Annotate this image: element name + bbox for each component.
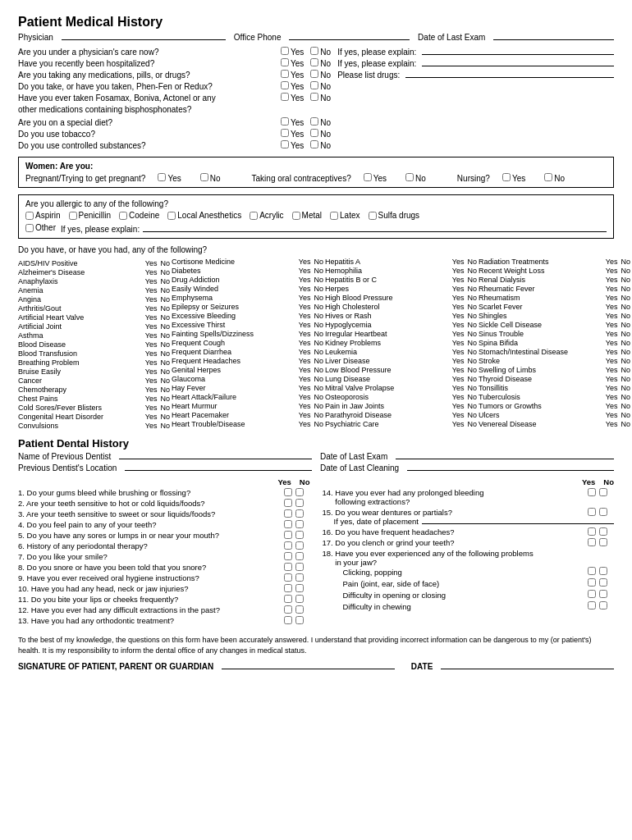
dq1-yes-cb[interactable] xyxy=(284,488,292,496)
allergy-sulfa[interactable]: Sulfa drugs xyxy=(369,211,420,220)
dq10-yes-cb[interactable] xyxy=(284,584,292,592)
dq11-no-cb[interactable] xyxy=(295,595,304,603)
q2-yes-cb[interactable] xyxy=(281,58,289,66)
dq16-yes-cb[interactable] xyxy=(588,527,596,536)
dq-18: 18. Have you ever experienced any of the… xyxy=(323,549,615,613)
dq6-no-cb[interactable] xyxy=(295,541,304,550)
dq17-no-cb[interactable] xyxy=(599,538,607,546)
question-row-1: Are you under a physician's care now? Ye… xyxy=(18,47,614,57)
q3-no-cb[interactable] xyxy=(310,70,318,78)
local-anesthetics-cb[interactable] xyxy=(167,212,176,220)
dq1-no-cb[interactable] xyxy=(295,488,304,496)
dq5-yes-cb[interactable] xyxy=(284,531,292,539)
sig-field[interactable] xyxy=(222,669,395,669)
q7-no-cb[interactable] xyxy=(310,129,318,137)
cond-shingles: ShinglesYesNo xyxy=(479,312,630,320)
allergy-penicillin[interactable]: Penicillin xyxy=(69,211,111,220)
oral-yes-cb[interactable] xyxy=(364,173,372,181)
pregnant-yes-cb[interactable] xyxy=(158,173,166,181)
dq12-yes-cb[interactable] xyxy=(284,605,292,614)
codeine-cb[interactable] xyxy=(119,212,127,220)
cond-epilepsy: Epilepsy or SeizuresYesNo xyxy=(172,303,323,311)
q8-no-cb[interactable] xyxy=(310,140,318,148)
metal-cb[interactable] xyxy=(292,212,300,220)
q1-no-cb[interactable] xyxy=(310,47,318,55)
dq18b-no-cb[interactable] xyxy=(599,578,607,587)
allergy-metal[interactable]: Metal xyxy=(292,211,322,220)
aspirin-cb[interactable] xyxy=(25,212,34,220)
allergy-acrylic[interactable]: Acrylic xyxy=(250,211,283,220)
dq18c-no-cb[interactable] xyxy=(599,590,607,598)
q6-yes-cb[interactable] xyxy=(281,117,289,126)
dq5-no-cb[interactable] xyxy=(295,531,304,539)
q1-no[interactable]: No xyxy=(310,47,331,57)
dq15-no-cb[interactable] xyxy=(599,508,607,516)
question-row-3: Are you taking any medications, pills, o… xyxy=(18,70,614,80)
dq3-no-cb[interactable] xyxy=(295,509,304,518)
dq11-yes-cb[interactable] xyxy=(284,595,292,603)
dq18d-yes-cb[interactable] xyxy=(588,601,596,609)
dq18b-yes-cb[interactable] xyxy=(588,578,596,587)
dq13-yes-cb[interactable] xyxy=(284,616,292,624)
dq12-no-cb[interactable] xyxy=(295,605,304,614)
allergy-other[interactable]: Other xyxy=(25,223,56,232)
date-field[interactable] xyxy=(441,669,614,669)
allergy-latex[interactable]: Latex xyxy=(330,211,360,220)
q8-yes-cb[interactable] xyxy=(281,140,289,148)
q5-no-cb[interactable] xyxy=(310,93,318,101)
dq17-yes-cb[interactable] xyxy=(588,538,596,546)
q5-yes-cb[interactable] xyxy=(281,93,289,101)
dq8-yes-cb[interactable] xyxy=(284,563,292,571)
penicillin-cb[interactable] xyxy=(69,212,77,220)
dq4-yes-cb[interactable] xyxy=(284,520,292,528)
q1-yes-cb[interactable] xyxy=(281,47,289,55)
oral-no-cb[interactable] xyxy=(405,173,414,181)
dq-4: 4. Do you feel pain to any of your teeth… xyxy=(18,520,310,529)
dq16-no-cb[interactable] xyxy=(599,527,607,536)
dq9-no-cb[interactable] xyxy=(295,573,304,582)
dq7-no-cb[interactable] xyxy=(295,552,304,560)
dq18a-no-cb[interactable] xyxy=(599,567,607,575)
q7-yes-cb[interactable] xyxy=(281,129,289,137)
dq-2: 2. Are your teeth sensitive to hot or co… xyxy=(18,499,310,508)
nursing-yes-cb[interactable] xyxy=(502,173,511,181)
prev-location-line: Previous Dentist's Location xyxy=(18,463,312,472)
dq6-yes-cb[interactable] xyxy=(284,541,292,550)
dq14-yes-cb[interactable] xyxy=(588,488,596,496)
dq10-no-cb[interactable] xyxy=(295,584,304,592)
dq18d-no-cb[interactable] xyxy=(599,601,607,609)
dq9-yes-cb[interactable] xyxy=(284,573,292,582)
acrylic-cb[interactable] xyxy=(250,212,258,220)
dq2-no-cb[interactable] xyxy=(295,499,304,507)
q4-no-cb[interactable] xyxy=(310,81,318,89)
dq18c-yes-cb[interactable] xyxy=(588,590,596,598)
other-cb[interactable] xyxy=(25,224,34,232)
sulfa-cb[interactable] xyxy=(369,212,377,220)
cond-heart-trouble: Heart Trouble/DiseaseYesNo xyxy=(172,420,323,428)
dq3-yes-cb[interactable] xyxy=(284,509,292,518)
office-phone-label: Office Phone xyxy=(234,33,282,42)
dq15-yes-cb[interactable] xyxy=(588,508,596,516)
allergy-explain-line xyxy=(143,231,607,232)
question-row-2: Have you recently been hospitalized? Yes… xyxy=(18,58,614,68)
dq13-no-cb[interactable] xyxy=(295,616,304,624)
q1-yes[interactable]: Yes xyxy=(281,47,304,57)
allergy-codeine[interactable]: Codeine xyxy=(119,211,159,220)
dq4-no-cb[interactable] xyxy=(295,520,304,528)
dq18a-yes-cb[interactable] xyxy=(588,567,596,575)
allergy-aspirin[interactable]: Aspirin xyxy=(25,211,61,220)
q3-yes-cb[interactable] xyxy=(281,70,289,78)
dq2-yes-cb[interactable] xyxy=(284,499,292,507)
q4-text: Do you take, or have you taken, Phen-Fen… xyxy=(18,82,281,91)
nursing-no-cb[interactable] xyxy=(544,173,552,181)
dq8-no-cb[interactable] xyxy=(295,563,304,571)
pregnant-no-cb[interactable] xyxy=(200,173,208,181)
allergy-local-anesthetics[interactable]: Local Anesthetics xyxy=(167,211,241,220)
q2-no-cb[interactable] xyxy=(310,58,318,66)
q6-no-cb[interactable] xyxy=(310,117,318,126)
dq7-yes-cb[interactable] xyxy=(284,552,292,560)
q4-yes-cb[interactable] xyxy=(281,81,289,89)
cond-heart-pacemaker: Heart PacemakerYesNo xyxy=(172,411,323,419)
latex-cb[interactable] xyxy=(330,212,338,220)
dq14-no-cb[interactable] xyxy=(599,488,607,496)
